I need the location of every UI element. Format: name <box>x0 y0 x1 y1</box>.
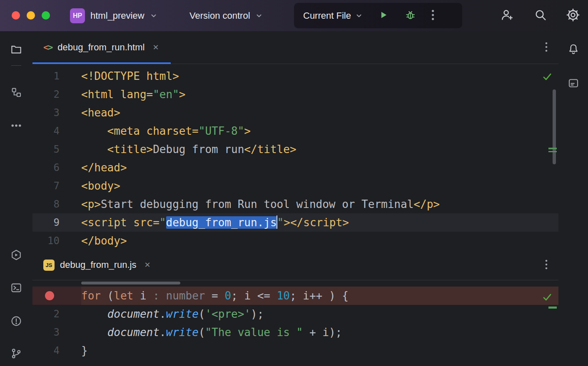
code-text: <script src="debug_from_run.js"></script… <box>81 213 558 232</box>
play-icon <box>378 9 389 22</box>
left-toolwindow-bar <box>0 31 33 366</box>
run-button[interactable] <box>378 9 389 22</box>
line-number-gutter[interactable]: 7 <box>32 177 81 195</box>
code-line[interactable]: 5 <title>Debug from run</title> <box>32 140 558 158</box>
vcs-widget[interactable]: Version control <box>189 0 263 31</box>
folder-icon <box>10 49 22 57</box>
line-number-gutter[interactable]: 4 <box>32 341 81 360</box>
line-number-gutter[interactable] <box>32 287 81 305</box>
code-line[interactable]: 10</body> <box>32 232 558 250</box>
settings-button[interactable] <box>566 0 588 31</box>
code-line[interactable]: for (let i : number = 0; i <= 10; i++ ) … <box>32 287 558 305</box>
scrollbar-change-mark[interactable] <box>548 151 557 152</box>
terminal-toolwindow-button[interactable] <box>10 282 22 294</box>
problems-toolwindow-button[interactable] <box>10 315 22 327</box>
code-text: document.write("The value is " + i); <box>81 323 558 341</box>
line-number-gutter[interactable]: 1 <box>32 67 81 85</box>
code-line[interactable]: 1<!DOCTYPE html> <box>32 67 558 85</box>
line-number-gutter[interactable]: 9 <box>32 213 81 232</box>
line-number-gutter[interactable]: 8 <box>32 195 81 213</box>
debug-button[interactable] <box>404 9 416 22</box>
close-window-button[interactable] <box>12 11 20 20</box>
ide-window: HP html_preview Version control Current … <box>0 0 588 366</box>
structure-icon <box>10 93 22 100</box>
project-badge[interactable]: HP <box>70 8 85 23</box>
line-number-gutter[interactable]: 3 <box>32 104 81 122</box>
line-number-gutter[interactable]: 10 <box>32 232 81 250</box>
kebab-menu-icon <box>545 259 548 271</box>
html-editor[interactable]: 1<!DOCTYPE html>2<html lang="en">3<head>… <box>32 64 558 250</box>
project-toolwindow-button[interactable] <box>10 43 22 55</box>
editor-options-button[interactable] <box>545 259 548 271</box>
chevron-down-icon <box>255 12 263 20</box>
chevron-down-icon <box>150 12 157 20</box>
gear-icon <box>566 7 581 24</box>
kebab-menu-icon <box>545 42 548 54</box>
terminal-icon <box>10 288 22 295</box>
vertical-scrollbar-thumb[interactable] <box>553 89 556 164</box>
notifications-button[interactable] <box>567 43 580 55</box>
horizontal-scrollbar-thumb[interactable] <box>81 282 180 284</box>
line-number-gutter[interactable]: 4 <box>32 122 81 140</box>
kebab-menu-icon <box>431 9 434 22</box>
code-line[interactable]: 8<p>Start debugging from Run tool window… <box>32 195 558 213</box>
line-number-gutter[interactable]: 2 <box>32 85 81 104</box>
inspections-ok-icon[interactable] <box>542 71 553 84</box>
structure-toolwindow-button[interactable] <box>10 86 22 99</box>
tab-label: debug_from_run.html <box>57 42 145 53</box>
project-widget[interactable]: HP html_preview <box>70 0 157 31</box>
code-text: for (let i : number = 0; i <= 10; i++ ) … <box>81 287 558 305</box>
bug-icon <box>404 9 416 22</box>
inspections-ok-icon[interactable] <box>542 292 553 304</box>
code-line[interactable]: 2<html lang="en"> <box>32 85 558 104</box>
more-toolwindows-button[interactable] <box>10 119 22 132</box>
scrollbar-change-mark[interactable] <box>548 148 557 149</box>
code-line[interactable]: 9<script src="debug_from_run.js"></scrip… <box>32 213 558 232</box>
chevron-down-icon <box>355 12 363 20</box>
code-line[interactable]: 4} <box>32 341 558 360</box>
code-line[interactable]: 7<body> <box>32 177 558 195</box>
exclamation-circle-icon <box>10 321 22 329</box>
code-text: <!DOCTYPE html> <box>81 67 558 85</box>
device-toolwindow-button[interactable] <box>567 77 580 89</box>
minimize-window-button[interactable] <box>27 11 35 20</box>
js-editor[interactable]: for (let i : number = 0; i <= 10; i++ ) … <box>32 287 558 360</box>
run-configuration-selector[interactable]: Current File <box>303 10 363 21</box>
html-file-icon: <> <box>43 42 52 52</box>
close-tab-button[interactable]: ✕ <box>143 260 151 270</box>
code-line[interactable]: 6</head> <box>32 158 558 177</box>
code-line[interactable]: 3<head> <box>32 104 558 122</box>
breakpoint-icon[interactable] <box>45 291 54 300</box>
code-line[interactable]: 2 document.write('<pre>'); <box>32 305 558 323</box>
line-number-gutter[interactable]: 2 <box>32 305 81 323</box>
code-text: <p>Start debugging from Run tool window … <box>81 195 558 213</box>
search-everywhere-button[interactable] <box>534 0 547 31</box>
git-toolwindow-button[interactable] <box>10 347 22 360</box>
scrollbar-change-mark[interactable] <box>548 307 557 309</box>
code-text: <html lang="en"> <box>81 85 558 104</box>
code-line[interactable]: 4 <meta charset="UTF-8"> <box>32 122 558 140</box>
editor-area: <> debug_from_run.html ✕ 1<!DOCTYPE html… <box>32 31 558 366</box>
code-text: <title>Debug from run</title> <box>81 140 558 158</box>
close-tab-button[interactable]: ✕ <box>152 43 159 52</box>
user-plus-icon <box>500 8 514 24</box>
editor-options-button[interactable] <box>545 42 548 54</box>
hexagon-play-icon <box>10 255 22 262</box>
right-toolwindow-bar <box>558 31 588 366</box>
add-collaborator-button[interactable] <box>500 0 514 31</box>
tab-debug-from-run-html[interactable]: <> debug_from_run.html ✕ <box>32 31 171 64</box>
ellipsis-icon <box>10 126 22 133</box>
zoom-window-button[interactable] <box>42 11 50 20</box>
line-number-gutter[interactable]: 3 <box>32 323 81 341</box>
window-controls <box>12 11 50 20</box>
tab-debug-from-run-js[interactable]: JS debug_from_run.js ✕ <box>32 250 162 280</box>
js-editor-tabbar: JS debug_from_run.js ✕ <box>32 250 558 280</box>
run-configuration-label: Current File <box>303 10 351 21</box>
run-widget: Current File <box>294 3 462 28</box>
line-number-gutter[interactable]: 5 <box>32 140 81 158</box>
rail-divider <box>11 65 21 66</box>
code-line[interactable]: 3 document.write("The value is " + i); <box>32 323 558 341</box>
run-more-options-button[interactable] <box>431 9 434 22</box>
services-toolwindow-button[interactable] <box>10 249 22 261</box>
line-number-gutter[interactable]: 6 <box>32 158 81 177</box>
